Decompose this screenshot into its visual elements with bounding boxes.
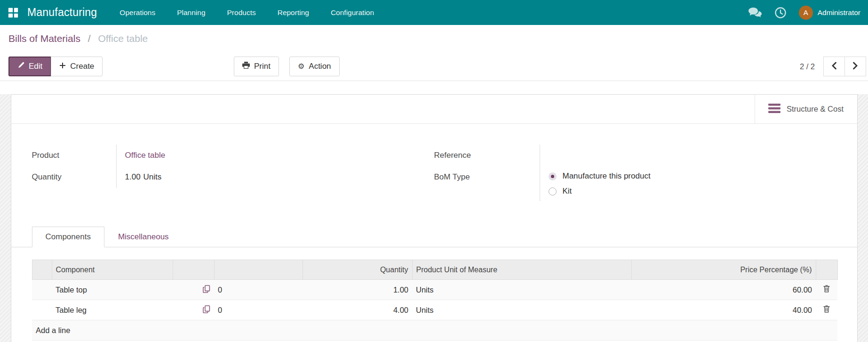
create-button[interactable]: Create: [51, 57, 103, 76]
bars-icon: [768, 104, 780, 115]
apply-variants-cell: 0: [214, 280, 303, 300]
pager-value[interactable]: 2 / 2: [800, 62, 815, 71]
product-label: Product: [32, 145, 117, 166]
header-quantity[interactable]: Quantity: [303, 260, 412, 280]
radio-selected-icon: [549, 172, 557, 180]
quantity-cell: 4.00: [303, 300, 412, 320]
components-table: Component Quantity Product Unit of Measu…: [32, 260, 838, 341]
header-uom[interactable]: Product Unit of Measure: [412, 260, 631, 280]
reference-field-row: Reference: [434, 145, 836, 166]
table-header-row: Component Quantity Product Unit of Measu…: [32, 260, 837, 280]
component-name-cell: Table leg: [52, 300, 173, 320]
left-field-group: Product Office table Quantity 1.00Units: [32, 145, 434, 201]
breadcrumb-current: Office table: [98, 33, 148, 44]
bom-type-label: BoM Type: [434, 166, 540, 201]
copy-icon[interactable]: [173, 280, 214, 300]
bom-type-field-row: BoM Type Manufacture this product Kit: [434, 166, 836, 201]
field-groups: Product Office table Quantity 1.00Units …: [11, 124, 857, 201]
breadcrumb-parent-link[interactable]: Bills of Materials: [8, 33, 80, 44]
structure-and-cost-button[interactable]: Structure & Cost: [755, 95, 857, 123]
messages-icon[interactable]: [748, 7, 762, 18]
menu-operations[interactable]: Operations: [119, 8, 155, 17]
notebook: Components Miscellaneous Component Quant…: [11, 227, 857, 341]
delete-row-icon[interactable]: [816, 280, 837, 300]
menu-planning[interactable]: Planning: [177, 8, 205, 17]
action-button[interactable]: ⚙ Action: [289, 57, 340, 76]
navbar-systray: A Administrator: [748, 6, 860, 20]
quantity-field-row: Quantity 1.00Units: [32, 166, 434, 188]
chevron-right-icon: [852, 62, 858, 72]
pager-previous-button[interactable]: [823, 57, 845, 76]
radio-unselected-icon: [549, 187, 557, 195]
reference-value: [540, 145, 836, 166]
quantity-unit: Units: [143, 172, 162, 181]
avatar: A: [799, 6, 813, 20]
user-name: Administrator: [818, 8, 860, 17]
component-row-table-top[interactable]: Table top 0 1.00 Units 60.00: [32, 280, 837, 300]
add-a-line-link[interactable]: Add a line: [32, 320, 837, 341]
plus-icon: [59, 62, 66, 71]
radio-option-kit[interactable]: Kit: [549, 184, 836, 199]
print-action-group: Print ⚙ Action: [234, 57, 340, 76]
header-component[interactable]: Component: [52, 260, 173, 280]
row-handle-cell: [32, 280, 52, 300]
breadcrumb-separator: /: [88, 33, 91, 44]
tab-miscellaneous[interactable]: Miscellaneous: [104, 227, 183, 247]
menu-products[interactable]: Products: [227, 8, 256, 17]
add-a-line-row[interactable]: Add a line: [32, 320, 837, 341]
quantity-label: Quantity: [32, 166, 117, 188]
header-delete-column: [816, 260, 837, 280]
chevron-left-icon: [831, 62, 837, 72]
component-name-cell: Table top: [52, 280, 173, 300]
menu-configuration[interactable]: Configuration: [331, 8, 374, 17]
product-field-row: Product Office table: [32, 145, 434, 166]
tab-components[interactable]: Components: [32, 227, 104, 247]
price-percentage-cell: 40.00: [631, 300, 816, 320]
pager-next-button[interactable]: [844, 57, 866, 76]
edit-button[interactable]: Edit: [8, 57, 51, 76]
product-value-link[interactable]: Office table: [125, 151, 166, 160]
tab-bar: Components Miscellaneous: [11, 227, 857, 247]
apps-grid-icon[interactable]: [8, 7, 19, 18]
app-title[interactable]: Manufacturing: [27, 6, 97, 19]
radio-option-manufacture[interactable]: Manufacture this product: [549, 169, 836, 184]
quantity-value: 1.00: [125, 172, 141, 181]
uom-cell: Units: [412, 280, 631, 300]
pager: 2 / 2: [800, 57, 866, 76]
copy-icon[interactable]: [173, 300, 214, 320]
header-handle-column: [32, 260, 52, 280]
pencil-icon: [17, 62, 24, 71]
gear-icon: ⚙: [298, 63, 304, 70]
price-percentage-cell: 60.00: [631, 280, 816, 300]
delete-row-icon[interactable]: [816, 300, 837, 320]
print-button[interactable]: Print: [234, 57, 279, 76]
menu-reporting[interactable]: Reporting: [278, 8, 309, 17]
header-apply-variants-column: [214, 260, 303, 280]
form-view-background: Structure & Cost Product Office table Qu…: [0, 94, 868, 342]
uom-cell: Units: [412, 300, 631, 320]
header-apply-variants-icon-column: [173, 260, 214, 280]
row-handle-cell: [32, 300, 52, 320]
breadcrumb: Bills of Materials / Office table: [0, 25, 868, 52]
user-menu[interactable]: A Administrator: [799, 6, 860, 20]
right-field-group: Reference BoM Type Manufacture this prod…: [434, 145, 836, 201]
stat-button-box: Structure & Cost: [11, 95, 857, 124]
form-sheet: Structure & Cost Product Office table Qu…: [11, 94, 858, 342]
apply-variants-cell: 0: [214, 300, 303, 320]
activities-clock-icon[interactable]: [774, 7, 787, 19]
main-menu: Operations Planning Products Reporting C…: [119, 8, 374, 17]
reference-label: Reference: [434, 145, 540, 166]
pager-buttons: [823, 57, 866, 76]
edit-create-group: Edit Create: [8, 57, 103, 76]
header-price-percentage[interactable]: Price Percentage (%): [631, 260, 816, 280]
printer-icon: [242, 62, 250, 71]
control-panel: Edit Create Print ⚙ Action 2 / 2: [0, 52, 868, 81]
quantity-cell: 1.00: [303, 280, 412, 300]
top-navbar: Manufacturing Operations Planning Produc…: [0, 0, 868, 25]
component-row-table-leg[interactable]: Table leg 0 4.00 Units 40.00: [32, 300, 837, 320]
